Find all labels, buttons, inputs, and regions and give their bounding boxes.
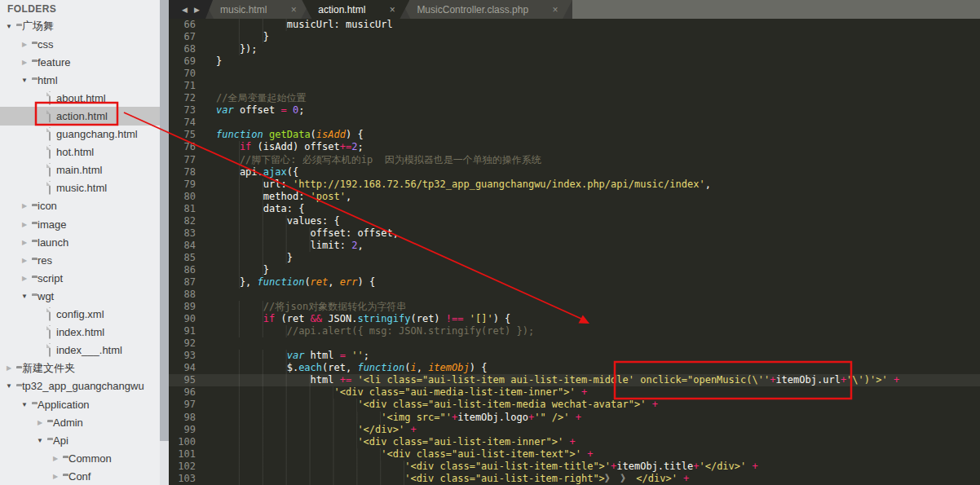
close-icon[interactable]: × bbox=[288, 4, 299, 15]
code-line: 77//脚下留心: 必须写本机的ip 因为模拟器也是一个单独的操作系统 bbox=[169, 154, 980, 166]
chevron-right-icon[interactable]: ▶ bbox=[19, 221, 30, 228]
tab-music.html[interactable]: music.html× bbox=[204, 0, 311, 19]
indent-guides bbox=[216, 374, 311, 386]
tab-nav-left-icon[interactable]: ◀ bbox=[182, 6, 188, 14]
tree-item-Admin[interactable]: ▶Admin bbox=[0, 413, 160, 431]
tab-action.html[interactable]: action.html× bbox=[302, 0, 409, 19]
indent-guides bbox=[216, 313, 263, 325]
chevron-down-icon[interactable]: ▼ bbox=[19, 77, 30, 84]
chevron-right-icon[interactable]: ▶ bbox=[19, 239, 30, 246]
code-text: '<div class="aui-list-item-inner">' + bbox=[216, 436, 576, 448]
line-number: 90 bbox=[169, 313, 196, 325]
code-line: 73var offset = 0; bbox=[169, 104, 980, 117]
code-text: if (isAdd) offset+=2; bbox=[216, 141, 364, 153]
chevron-down-icon[interactable]: ▼ bbox=[3, 382, 15, 390]
line-number: 93 bbox=[169, 350, 196, 362]
file-icon bbox=[49, 325, 51, 339]
tree-item-Common[interactable]: ▶Common bbox=[0, 449, 160, 467]
chevron-right-icon[interactable]: ▶ bbox=[50, 473, 61, 480]
tab-nav-right-icon[interactable]: ▶ bbox=[194, 6, 200, 14]
code-text: '<div class="aui-media-list-item-inner">… bbox=[216, 386, 587, 399]
tree-item-label: icon bbox=[38, 200, 57, 212]
tree-item-config.xml[interactable]: config.xml bbox=[0, 306, 160, 324]
chevron-right-icon[interactable]: ▶ bbox=[19, 275, 30, 282]
close-icon[interactable]: × bbox=[550, 4, 561, 15]
code-line: 75function getData(isAdd) { bbox=[169, 129, 980, 141]
indent-guides bbox=[216, 215, 287, 227]
chevron-right-icon[interactable]: ▶ bbox=[19, 41, 30, 48]
tree-item-label: res bbox=[38, 254, 52, 267]
tree-item-Conf[interactable]: ▶Conf bbox=[0, 467, 160, 485]
code-text: '<img src="'+itemObj.logo+'" />' + bbox=[216, 412, 581, 424]
tree-item-wgt[interactable]: ▼wgt bbox=[0, 287, 160, 305]
code-text: url: 'http://192.168.72.56/tp32_app_guan… bbox=[216, 179, 711, 191]
tree-item-music.html[interactable]: music.html bbox=[0, 179, 160, 197]
code-text: //api.alert({ msg: JSON.stringify(ret) }… bbox=[216, 325, 534, 337]
chevron-down-icon[interactable]: ▼ bbox=[19, 401, 30, 408]
tree-item-css[interactable]: ▶css bbox=[0, 35, 160, 53]
chevron-down-icon[interactable]: ▼ bbox=[19, 293, 30, 300]
sidebar: FOLDERS ▼广场舞▶css▶feature▼htmlabout.htmla… bbox=[0, 0, 160, 485]
code-line: 100'<div class="aui-list-item-inner">' + bbox=[169, 436, 980, 448]
tree-item-launch[interactable]: ▶launch bbox=[0, 233, 160, 251]
line-number: 101 bbox=[169, 448, 196, 461]
tree-item-guangchang.html[interactable]: guangchang.html bbox=[0, 126, 160, 143]
code-text: musicUrl: musicUrl bbox=[216, 19, 393, 31]
code-line: 69} bbox=[169, 55, 980, 68]
tree-item-Api[interactable]: ▼Api bbox=[0, 431, 160, 449]
tab-nav-buttons[interactable]: ◀ ▶ bbox=[169, 0, 213, 19]
tree-item-res[interactable]: ▶res bbox=[0, 251, 160, 269]
chevron-down-icon[interactable]: ▼ bbox=[34, 437, 46, 444]
tree-item-新建文件夹[interactable]: ▶新建文件夹 bbox=[0, 359, 160, 377]
tree-item-Application[interactable]: ▼Application bbox=[0, 395, 160, 413]
indent-guides bbox=[216, 461, 404, 473]
tree-item-icon[interactable]: ▶icon bbox=[0, 197, 160, 215]
code-line: 103'<div class="aui-list-item-right">》 》… bbox=[169, 473, 980, 485]
editor-pane: ◀ ▶ music.html×action.html×MusicControll… bbox=[169, 0, 980, 485]
line-number: 75 bbox=[169, 129, 196, 141]
tree-item-label: index.html bbox=[56, 326, 104, 338]
indent-guides bbox=[216, 448, 381, 461]
code-text: } bbox=[216, 55, 222, 68]
sidebar-scrollbar[interactable] bbox=[160, 0, 169, 485]
tree-item-index.html[interactable]: index.html bbox=[0, 324, 160, 342]
code-text: limit: 2, bbox=[216, 240, 364, 252]
line-number: 98 bbox=[169, 412, 196, 424]
tree-item-label: main.html bbox=[56, 164, 102, 176]
code-line: 78api.ajax({ bbox=[169, 166, 980, 179]
tree-item-main.html[interactable]: main.html bbox=[0, 161, 160, 179]
tab-label: MusicController.class.php bbox=[417, 4, 550, 15]
line-number: 96 bbox=[169, 386, 196, 399]
tab-MusicController.class.php[interactable]: MusicController.class.php× bbox=[400, 0, 572, 19]
tree-item-hot.html[interactable]: hot.html bbox=[0, 143, 160, 161]
chevron-right-icon[interactable]: ▶ bbox=[3, 364, 15, 372]
chevron-down-icon[interactable]: ▼ bbox=[3, 23, 15, 30]
code-editor[interactable]: 66musicUrl: musicUrl67}68});69}707172//全… bbox=[169, 19, 980, 485]
tree-item-label: Conf bbox=[68, 470, 90, 483]
line-number: 73 bbox=[169, 104, 196, 117]
code-text: '<div class="aui-list-item-right">》 》 </… bbox=[216, 473, 689, 485]
chevron-right-icon[interactable]: ▶ bbox=[19, 59, 30, 66]
chevron-right-icon[interactable]: ▶ bbox=[19, 202, 30, 209]
tree-item-script[interactable]: ▶script bbox=[0, 269, 160, 287]
chevron-right-icon[interactable]: ▶ bbox=[19, 257, 30, 264]
tree-item-html[interactable]: ▼html bbox=[0, 71, 160, 89]
tree-item-action.html[interactable]: action.html bbox=[0, 107, 160, 125]
tree-item-about.html[interactable]: about.html bbox=[0, 89, 160, 107]
indent-guides bbox=[216, 179, 263, 191]
sidebar-scrollbar-thumb[interactable] bbox=[160, 0, 169, 441]
tree-item-tp32_app_guangchangwu[interactable]: ▼tp32_app_guangchangwu bbox=[0, 377, 160, 395]
tree-item-image[interactable]: ▶image bbox=[0, 215, 160, 233]
tree-item-广场舞[interactable]: ▼广场舞 bbox=[0, 17, 160, 35]
file-icon bbox=[49, 163, 51, 177]
tree-item-feature[interactable]: ▶feature bbox=[0, 53, 160, 71]
chevron-right-icon[interactable]: ▶ bbox=[50, 455, 61, 462]
chevron-right-icon[interactable]: ▶ bbox=[34, 419, 46, 426]
tree-item-index___.html[interactable]: index___.html bbox=[0, 342, 160, 359]
code-text: api.ajax({ bbox=[216, 166, 298, 179]
code-line: 94$.each(ret, function(i, itemObj) { bbox=[169, 362, 980, 374]
tab-strip: ◀ ▶ music.html×action.html×MusicControll… bbox=[169, 0, 572, 19]
close-icon[interactable]: × bbox=[386, 4, 398, 15]
code-text: } bbox=[216, 264, 269, 276]
code-line: 82values: { bbox=[169, 215, 980, 227]
